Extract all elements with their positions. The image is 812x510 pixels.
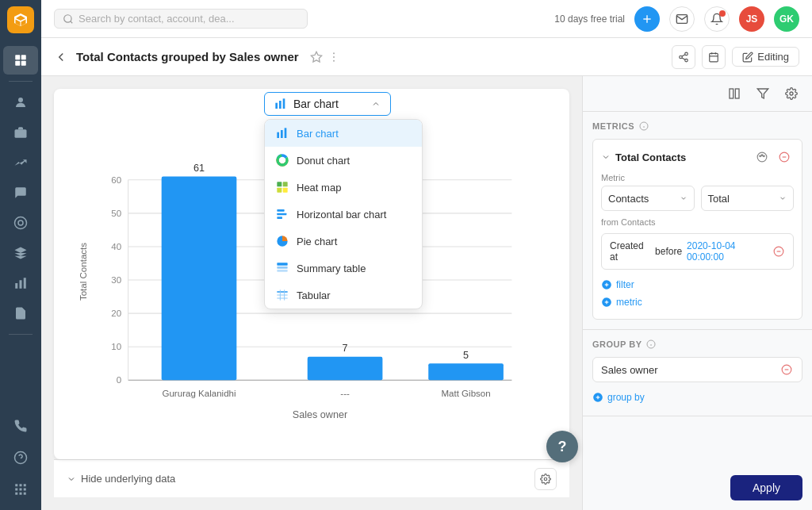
filter-remove-button[interactable] [772,244,785,259]
pie-chart-icon [276,235,289,247]
metric-contacts-value: Contacts [608,193,649,205]
svg-point-30 [685,52,688,56]
chevron-down-metric-icon [601,152,611,162]
add-group-by-button[interactable]: group by [592,389,802,406]
sidebar-item-deals[interactable] [3,148,38,177]
horizontal-bar-label: Horizontal bar chart [297,209,386,220]
share-button[interactable] [672,45,695,69]
add-metric-label: metric [616,297,642,308]
bar-gururag[interactable] [162,177,237,381]
svg-rect-57 [277,270,287,272]
svg-rect-51 [283,188,288,193]
dropdown-item-pie-chart[interactable]: Pie chart [265,228,422,255]
dropdown-item-bar-chart[interactable]: Bar chart [265,120,422,147]
svg-text:Total Contacts: Total Contacts [79,243,88,301]
metric-field-label: Metric [601,173,794,182]
sidebar-item-campaigns[interactable] [3,209,38,237]
chevron-down-icon [67,474,76,484]
sidebar-item-phone[interactable] [3,412,38,440]
svg-rect-3 [21,61,26,66]
remove-filter-icon [773,246,784,257]
svg-line-23 [71,21,73,23]
bar-unknown[interactable] [308,357,383,380]
palette-icon [756,151,768,163]
metric-delete-button[interactable] [775,148,794,167]
dropdown-item-horizontal-bar[interactable]: Horizontal bar chart [265,201,422,228]
svg-rect-9 [20,280,22,289]
bar-chart-icon [276,127,289,140]
sidebar-item-home[interactable] [3,46,38,75]
sidebar-item-contacts[interactable] [3,88,38,117]
info-icon[interactable] [639,121,649,131]
sidebar-item-reports[interactable] [3,269,38,297]
dropdown-item-tabular[interactable]: Tabular [265,282,422,309]
metrics-section: METRICS Total Contacts [583,112,812,330]
heat-map-label: Heat map [297,182,341,194]
svg-rect-41 [283,98,285,109]
svg-rect-52 [277,209,284,212]
more-button[interactable] [327,51,340,63]
bar-matt[interactable] [428,363,504,380]
page-title-actions [310,51,340,63]
search-bar[interactable]: Search by contact, account, dea... [54,9,308,29]
sidebar-item-apps[interactable] [3,475,38,504]
svg-text:---: --- [340,389,350,398]
svg-rect-56 [277,267,287,269]
panel-filter-button[interactable] [752,82,774,105]
svg-rect-53 [277,213,286,216]
nav-right: 10 days free trial JS GK [554,6,799,32]
svg-text:Sales owner: Sales owner [293,409,347,420]
metric-palette-button[interactable] [753,148,772,167]
panel-settings-button[interactable] [780,82,802,105]
hide-data-toggle[interactable]: Hide underlying data [67,473,175,485]
email-button[interactable] [669,6,695,32]
svg-rect-48 [277,182,282,186]
apply-button[interactable]: Apply [730,475,802,500]
svg-rect-42 [277,132,279,138]
add-group-by-label: group by [607,392,645,403]
user-avatar-2[interactable]: GK [774,6,799,32]
info-group-icon[interactable] [646,339,656,349]
from-contacts-label: from Contacts [601,217,794,227]
metric-total-value: Total [708,193,730,205]
settings-button[interactable] [534,468,557,490]
metric-total-select[interactable]: Total [701,186,795,211]
metric-contacts-select[interactable]: Contacts [601,186,695,211]
star-button[interactable] [310,51,323,63]
sidebar-item-help[interactable] [3,443,38,472]
svg-text:50: 50 [111,209,121,218]
add-button[interactable] [634,6,660,32]
dropdown-item-summary-table[interactable]: Summary table [265,255,422,282]
svg-point-96 [761,155,763,156]
sidebar-item-accounts[interactable] [3,118,38,147]
svg-rect-39 [275,103,278,109]
add-metric-button[interactable]: metric [601,293,794,311]
summary-table-icon [276,262,289,274]
panel-columns-button[interactable] [723,82,745,105]
top-nav: Search by contact, account, dea... 10 da… [41,0,812,38]
editing-button[interactable]: Editing [732,47,799,67]
sidebar-item-docs[interactable] [3,299,38,328]
notification-button[interactable] [704,6,730,32]
svg-text:61: 61 [193,163,205,174]
app-logo[interactable] [7,6,34,33]
help-fab[interactable]: ? [546,431,578,462]
plus-group-icon [592,392,603,403]
group-by-remove-button[interactable] [779,362,794,377]
dropdown-selected-label: Bar chart [293,98,339,110]
calendar-button[interactable] [702,45,726,69]
dropdown-item-heat-map[interactable]: Heat map [265,174,422,201]
metric-toggle[interactable]: Total Contacts [601,151,686,163]
back-button[interactable] [54,50,68,64]
dropdown-item-donut-chart[interactable]: Donut chart [265,147,422,174]
sidebar-item-automation[interactable] [3,239,38,267]
sidebar-item-messages[interactable] [3,178,38,207]
svg-rect-17 [20,489,22,491]
remove-group-icon [781,364,792,375]
user-avatar-1[interactable]: JS [739,6,764,32]
dropdown-trigger[interactable]: Bar chart [264,92,391,116]
svg-point-31 [680,56,683,59]
svg-text:0: 0 [117,375,121,385]
svg-rect-2 [15,61,20,66]
add-filter-button[interactable]: filter [601,276,794,293]
